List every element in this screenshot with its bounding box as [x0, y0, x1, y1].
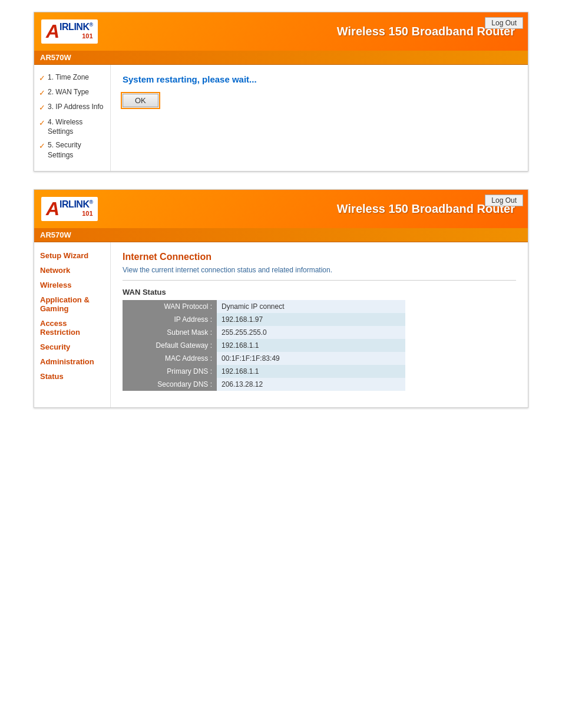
panel2-model-label: AR570W [40, 230, 71, 239]
panel2-header: Log Out A IRLINK® 101 Wireless 150 Broad… [34, 190, 528, 228]
sidebar2-status-label: Status [40, 372, 64, 381]
sidebar1-item-4-label: 4. Wireless Settings [48, 117, 105, 137]
panel2-logo-a-letter: A [46, 199, 59, 218]
sidebar2-network[interactable]: Network [34, 263, 110, 278]
wan-row-value: 206.13.28.12 [217, 378, 405, 391]
sidebar2-network-label: Network [40, 266, 70, 275]
panel1-sidebar: ✓ 1. Time Zone ✓ 2. WAN Type ✓ 3. IP Add… [34, 65, 111, 171]
wan-row-value: 00:1F:1F:1F:83:49 [217, 352, 405, 365]
wan-row-label: WAN Protocol : [123, 300, 217, 313]
sidebar2-setup-wizard-label: Setup Wizard [40, 251, 88, 260]
panel-restart: Log Out A IRLINK® 101 Wireless 150 Broad… [34, 12, 528, 172]
sidebar1-item-5-label: 5. Security Settings [48, 140, 105, 160]
panel2-logout-button[interactable]: Log Out [485, 195, 523, 206]
sidebar1-item-4[interactable]: ✓ 4. Wireless Settings [34, 116, 110, 139]
wan-row-label: Default Gateway : [123, 339, 217, 352]
panel1-model-label: AR570W [40, 53, 71, 62]
wan-row-label: Primary DNS : [123, 365, 217, 378]
wan-status-label: WAN Status [123, 288, 516, 297]
panel1-body: ✓ 1. Time Zone ✓ 2. WAN Type ✓ 3. IP Add… [34, 65, 528, 171]
wan-row-value: 192.168.1.1 [217, 339, 405, 352]
wan-row-value: Dynamic IP connect [217, 300, 405, 313]
section-divider [123, 280, 516, 281]
panel1-logo-box: A IRLINK® 101 [41, 19, 98, 44]
sidebar2-app-gaming-label: Application & Gaming [40, 295, 90, 313]
wan-row-value: 192.168.1.97 [217, 313, 405, 326]
sidebar2-security-label: Security [40, 342, 70, 351]
sidebar2-status[interactable]: Status [34, 369, 110, 384]
sidebar1-item-3-label: 3. IP Address Info [48, 102, 104, 112]
logo-irlink-text: IRLINK® [59, 22, 92, 32]
page-title: Internet Connection [123, 252, 516, 262]
check-icon-2: ✓ [39, 88, 45, 98]
panel1-content: System restarting, please wait... OK [111, 65, 528, 171]
sidebar1-item-2[interactable]: ✓ 2. WAN Type [34, 85, 110, 100]
sidebar1-item-3[interactable]: ✓ 3. IP Address Info [34, 100, 110, 115]
table-row: WAN Protocol :Dynamic IP connect [123, 300, 405, 313]
panel1-logout-button[interactable]: Log Out [485, 17, 523, 29]
table-row: Primary DNS :192.168.1.1 [123, 365, 405, 378]
sidebar2-administration[interactable]: Administration [34, 354, 110, 369]
check-icon-1: ✓ [39, 73, 45, 84]
panel2-header-title: Wireless 150 Broadband Router [105, 202, 521, 216]
table-row: IP Address :192.168.1.97 [123, 313, 405, 326]
wan-row-label: Subnet Mask : [123, 326, 217, 339]
table-row: Subnet Mask :255.255.255.0 [123, 326, 405, 339]
panel2-content: Internet Connection View the current int… [111, 242, 528, 407]
wan-row-value: 255.255.255.0 [217, 326, 405, 339]
sidebar2-wireless-label: Wireless [40, 281, 71, 289]
sidebar2-wireless[interactable]: Wireless [34, 278, 110, 292]
sidebar2-security[interactable]: Security [34, 340, 110, 354]
sidebar1-item-5[interactable]: ✓ 5. Security Settings [34, 139, 110, 162]
wan-row-label: MAC Address : [123, 352, 217, 365]
ok-button[interactable]: OK [123, 94, 158, 107]
panel2-model-bar: AR570W [34, 228, 528, 242]
sidebar2-access-restriction[interactable]: Access Restriction [34, 316, 110, 340]
logo-101: 101 [82, 32, 92, 39]
check-icon-5: ✓ [39, 141, 45, 151]
check-icon-3: ✓ [39, 103, 45, 113]
sidebar2-setup-wizard[interactable]: Setup Wizard [34, 248, 110, 263]
panel-internet-connection: Log Out A IRLINK® 101 Wireless 150 Broad… [34, 189, 528, 408]
wan-row-label: IP Address : [123, 313, 217, 326]
panel1-model-bar: AR570W [34, 51, 528, 65]
panel2-body: Setup Wizard Network Wireless Applicatio… [34, 242, 528, 407]
panel2-logo: A IRLINK® 101 [41, 197, 105, 221]
sidebar2-administration-label: Administration [40, 357, 94, 366]
sidebar2-access-restriction-label: Access Restriction [40, 319, 80, 337]
table-row: MAC Address :00:1F:1F:1F:83:49 [123, 352, 405, 365]
panel1-header-title: Wireless 150 Broadband Router [105, 25, 521, 38]
restart-message: System restarting, please wait... [123, 74, 516, 84]
logo-a-letter: A [46, 22, 59, 41]
wan-status-table: WAN Protocol :Dynamic IP connectIP Addre… [123, 300, 405, 391]
panel2-logo-101: 101 [82, 210, 92, 217]
panel2-logo-irlink-text: IRLINK® [59, 199, 92, 210]
panel1-header: Log Out A IRLINK® 101 Wireless 150 Broad… [34, 12, 528, 51]
wan-row-value: 192.168.1.1 [217, 365, 405, 378]
table-row: Default Gateway :192.168.1.1 [123, 339, 405, 352]
sidebar2-app-gaming[interactable]: Application & Gaming [34, 292, 110, 316]
page-description: View the current internet connection sta… [123, 266, 516, 274]
panel1-logo: A IRLINK® 101 [41, 19, 105, 44]
sidebar1-item-2-label: 2. WAN Type [48, 87, 89, 97]
wan-row-label: Secondary DNS : [123, 378, 217, 391]
panel2-logo-box: A IRLINK® 101 [41, 197, 98, 221]
sidebar1-item-1[interactable]: ✓ 1. Time Zone [34, 71, 110, 85]
sidebar1-item-1-label: 1. Time Zone [48, 73, 89, 83]
panel2-sidebar: Setup Wizard Network Wireless Applicatio… [34, 242, 111, 407]
check-icon-4: ✓ [39, 118, 45, 129]
table-row: Secondary DNS :206.13.28.12 [123, 378, 405, 391]
